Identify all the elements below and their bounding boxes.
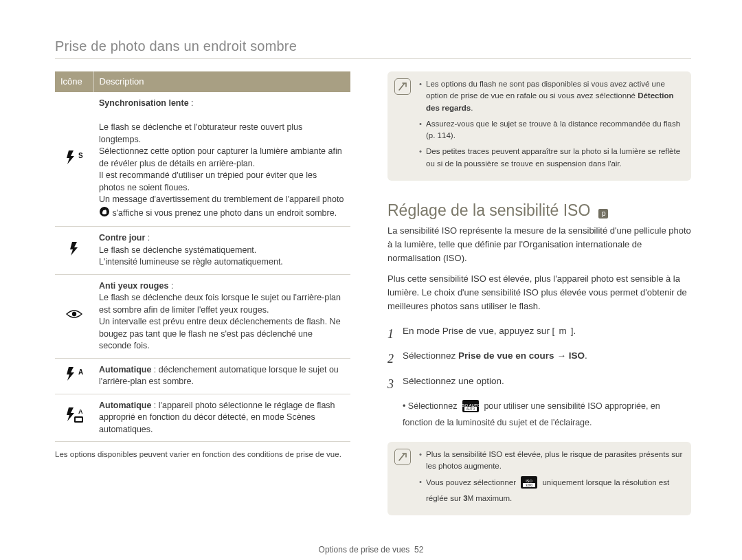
svg-rect-10 bbox=[76, 418, 82, 421]
flash-slow-icon: S bbox=[65, 150, 84, 169]
steps-list: 1 En mode Prise de vue, appuyez sur [m].… bbox=[387, 324, 691, 429]
step-number: 2 bbox=[387, 348, 403, 370]
section-para: La sensibilité ISO représente la mesure … bbox=[387, 224, 691, 265]
row-title: Synchronisation lente bbox=[99, 98, 189, 108]
hand-shake-icon bbox=[99, 206, 110, 221]
note-icon bbox=[394, 449, 411, 465]
step-text: Sélectionnez Prise de vue en cours → ISO… bbox=[403, 348, 691, 370]
table-row: A Automatique : déclenchement automatiqu… bbox=[55, 358, 350, 394]
svg-text:AUTO: AUTO bbox=[466, 407, 475, 411]
section-para: Plus cette sensibilité ISO est élevée, p… bbox=[387, 272, 691, 313]
info-item: Assurez-vous que le sujet se trouve à la… bbox=[419, 118, 683, 142]
row-body: Le flash se déclenche systématiquement. … bbox=[99, 245, 345, 269]
row-body: Le flash se déclenche deux fois lorsque … bbox=[99, 292, 345, 352]
table-row: Contre jour : Le flash se déclenche syst… bbox=[55, 227, 350, 275]
title-rule bbox=[55, 58, 691, 59]
flash-fill-icon bbox=[67, 241, 82, 260]
note-icon bbox=[394, 78, 411, 95]
info-item: Les options du flash ne sont pas disponi… bbox=[419, 78, 683, 114]
table-row: Anti yeux rouges : Le flash se déclenche… bbox=[55, 274, 350, 358]
svg-text:A: A bbox=[78, 408, 83, 415]
table-row: A Automatique : l'appareil photo sélecti… bbox=[55, 394, 350, 442]
svg-marker-0 bbox=[67, 150, 74, 164]
step-subtext: • Sélectionnez ISO AUTO AUTO pour utilis… bbox=[403, 400, 691, 429]
section-heading: Réglage de la sensibilité ISO p bbox=[387, 201, 691, 220]
flash-auto-scene-icon: A bbox=[65, 407, 84, 429]
svg-marker-3 bbox=[70, 242, 78, 256]
table-row: S Synchronisation lente : Le flash se dé… bbox=[55, 92, 350, 227]
info-item: Plus la sensibilité ISO est élevée, plus… bbox=[419, 449, 683, 473]
flash-auto-icon: A bbox=[65, 366, 84, 385]
step-number: 3 bbox=[387, 374, 403, 395]
svg-text:A: A bbox=[78, 368, 83, 376]
info-box-top: Les options du flash ne sont pas disponi… bbox=[387, 71, 691, 181]
options-table: Icône Description S bbox=[55, 71, 350, 442]
svg-point-4 bbox=[72, 312, 76, 316]
iso-auto-icon: ISO AUTO AUTO bbox=[462, 400, 479, 416]
mode-mark: p bbox=[598, 209, 608, 219]
row-title: Automatique bbox=[99, 401, 151, 410]
svg-marker-7 bbox=[67, 407, 74, 421]
svg-text:ISO AUTO: ISO AUTO bbox=[462, 403, 479, 407]
row-title: Automatique bbox=[99, 365, 151, 374]
table-footnote: Les options disponibles peuvent varier e… bbox=[55, 449, 350, 460]
menu-key: m bbox=[554, 324, 570, 339]
step-text: Sélectionnez une option. bbox=[403, 374, 691, 395]
info-item: Vous pouvez sélectionner ISO 3200 unique… bbox=[419, 476, 683, 504]
step-text: En mode Prise de vue, appuyez sur [m]. bbox=[403, 324, 691, 345]
row-title: Anti yeux rouges bbox=[99, 281, 168, 291]
info-item: Des petites traces peuvent apparaître su… bbox=[419, 146, 683, 170]
svg-text:3200: 3200 bbox=[526, 484, 533, 487]
col-head-icon: Icône bbox=[55, 71, 93, 92]
page-title: Prise de photo dans un endroit sombre bbox=[55, 38, 691, 54]
step-number: 1 bbox=[387, 324, 403, 345]
page-footer: Options de prise de vues 52 bbox=[0, 545, 742, 555]
svg-text:S: S bbox=[78, 152, 83, 159]
row-title: Contre jour bbox=[99, 233, 145, 243]
row-body: Le flash se déclenche et l'obturateur re… bbox=[99, 110, 345, 221]
eye-icon bbox=[66, 309, 82, 324]
svg-text:ISO: ISO bbox=[526, 479, 533, 483]
col-head-desc: Description bbox=[93, 71, 350, 92]
svg-marker-5 bbox=[67, 367, 74, 381]
info-box-bottom: Plus la sensibilité ISO est élevée, plus… bbox=[387, 442, 691, 515]
iso-3200-icon: ISO 3200 bbox=[521, 476, 537, 492]
